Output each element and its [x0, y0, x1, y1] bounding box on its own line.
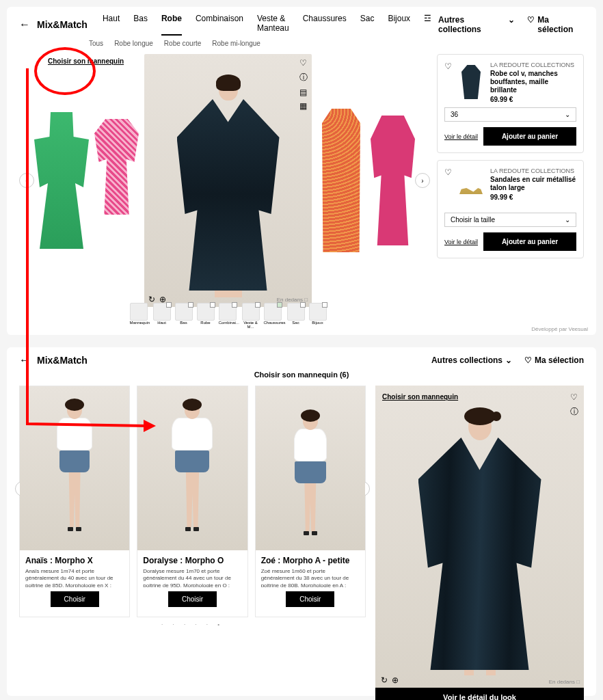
bookmark-icon[interactable]: ♡: [570, 392, 578, 402]
bookmark-icon[interactable]: ♡: [444, 167, 452, 208]
cart-product-name: Sandales en cuir métallisé talon large: [490, 176, 576, 192]
subtab-tous[interactable]: Tous: [89, 40, 103, 47]
thumb-combinaison[interactable]: Combinai...: [219, 321, 239, 325]
product-dress-fuchsia[interactable]: [371, 116, 415, 245]
rotate-icon[interactable]: ↻: [381, 675, 388, 685]
tab-chaussures[interactable]: Chaussures: [303, 14, 347, 36]
thumb-haut[interactable]: Haut: [157, 321, 166, 325]
chevron-down-icon: ⌄: [565, 216, 570, 224]
choose-mannequin-link[interactable]: Choisir son mannequin: [382, 392, 458, 401]
product-dress-green[interactable]: [34, 112, 89, 249]
thumb-robe[interactable]: Robe: [200, 321, 210, 325]
model-description: Doralyse mesure 1m70 et porte généraleme…: [143, 568, 241, 587]
chevron-down-icon: ⌄: [508, 15, 515, 34]
size-select[interactable]: Choisir la taille⌄: [444, 213, 576, 227]
model-card-zoe[interactable]: Zoé : Morpho A - petite Zoé mesure 1m60 …: [255, 386, 366, 617]
cart-item-dress: ♡ LA REDOUTE COLLECTIONS Robe col v, man…: [437, 54, 584, 153]
choose-model-button[interactable]: Choisir: [168, 591, 217, 607]
carousel-next[interactable]: ›: [415, 173, 430, 188]
model-card-anais[interactable]: Anaïs : Morpho X Anaïs mesure 1m74 et po…: [19, 386, 130, 617]
product-dress-orange-floral[interactable]: [317, 109, 365, 252]
info-icon[interactable]: ⓘ: [570, 406, 578, 418]
tab-haut[interactable]: Haut: [103, 14, 120, 36]
back-arrow[interactable]: ←: [19, 354, 30, 366]
my-selection-link[interactable]: ♡ Ma sélection: [527, 15, 584, 34]
model-name: Zoé : Morpho A - petite: [261, 556, 360, 565]
subtab-longue[interactable]: Robe longue: [114, 40, 153, 47]
cart-price: 69.99 €: [490, 96, 576, 103]
compare-icon[interactable]: ▤: [299, 88, 308, 97]
model-card-doralyse[interactable]: Doralyse : Morpho O Doralyse mesure 1m70…: [137, 386, 247, 617]
mannequin-selector-title: Choisir son mannequin (6): [7, 366, 596, 383]
chevron-down-icon: ⌄: [505, 355, 512, 365]
thumb-bijoux[interactable]: Bijoux: [312, 321, 323, 325]
model-name: Anaïs : Morpho X: [25, 556, 124, 565]
model-name: Doralyse : Morpho O: [143, 556, 241, 565]
tab-veste[interactable]: Veste & Manteau: [257, 14, 289, 36]
chevron-down-icon: ⌄: [565, 111, 570, 118]
cart-product-name: Robe col v, manches bouffantes, maille b…: [490, 70, 576, 94]
back-arrow[interactable]: ←: [19, 18, 30, 31]
thumb-mannequin[interactable]: Mannequin: [130, 321, 150, 325]
cart-price: 99.99 €: [490, 193, 576, 201]
model-description: Anaïs mesure 1m74 et porte généralement …: [25, 568, 124, 587]
bookmark-icon: ♡: [524, 355, 532, 365]
en-dedans-label: En dedans □: [549, 679, 580, 685]
brand: Mix&Match: [37, 355, 88, 366]
subtab-courte[interactable]: Robe courte: [164, 40, 201, 47]
center-mannequin-view[interactable]: ♡ ⓘ ▤ ▦ ↻ ⊕ En dedans □: [144, 54, 312, 307]
other-collections-link[interactable]: Autres collections ⌄: [438, 15, 515, 34]
product-thumb-sandal: [459, 182, 483, 194]
carousel-prev[interactable]: ‹: [19, 173, 34, 188]
view-look-detail-button[interactable]: Voir le détail du look: [375, 688, 584, 700]
view-detail-link[interactable]: Voir le détail: [444, 133, 478, 140]
tab-sac[interactable]: Sac: [360, 14, 375, 36]
tab-robe[interactable]: Robe: [161, 14, 182, 36]
brand: Mix&Match: [37, 19, 88, 30]
filter-icon[interactable]: ☲: [424, 14, 431, 36]
choose-model-button[interactable]: Choisir: [286, 591, 334, 607]
view-detail-link[interactable]: Voir le détail: [444, 239, 478, 245]
cart-brand: LA REDOUTE COLLECTIONS: [490, 167, 576, 174]
thumb-bas[interactable]: Bas: [180, 321, 187, 325]
subtab-milongue[interactable]: Robe mi-longue: [212, 40, 260, 47]
bookmark-icon[interactable]: ♡: [299, 58, 308, 68]
tab-combinaison[interactable]: Combinaison: [196, 14, 243, 36]
info-icon[interactable]: ⓘ: [299, 72, 308, 83]
cart-brand: LA REDOUTE COLLECTIONS: [490, 62, 576, 68]
bookmark-icon: ♡: [527, 15, 535, 34]
tab-bijoux[interactable]: Bijoux: [388, 14, 410, 36]
size-select[interactable]: 36⌄: [444, 107, 576, 122]
tab-bas[interactable]: Bas: [133, 14, 148, 36]
other-collections-link[interactable]: Autres collections ⌄: [431, 355, 512, 365]
choose-mannequin-link[interactable]: Choisir son mannequin: [48, 57, 124, 66]
thumb-sac[interactable]: Sac: [292, 321, 299, 325]
thumb-veste[interactable]: Veste & M...: [243, 321, 258, 329]
zoom-icon[interactable]: ⊕: [392, 675, 399, 685]
product-dress-pink-floral[interactable]: [94, 119, 139, 215]
model-description: Zoé mesure 1m60 et porte généralement du…: [261, 568, 360, 587]
look-preview: Choisir son mannequin ♡ ⓘ ↻ ⊕ En dedans …: [375, 386, 584, 700]
subcategory-tabs: Tous Robe longue Robe courte Robe mi-lon…: [7, 37, 596, 50]
grid-icon[interactable]: ▦: [299, 101, 308, 111]
my-selection-link[interactable]: ♡ Ma sélection: [524, 355, 584, 365]
add-to-cart-button[interactable]: Ajouter au panier: [483, 232, 576, 251]
choose-model-button[interactable]: Choisir: [51, 591, 99, 607]
add-to-cart-button[interactable]: Ajouter au panier: [483, 127, 576, 146]
pagination-dots[interactable]: · · · · · •: [19, 621, 366, 628]
product-thumb-dress: [461, 65, 481, 99]
developed-by: Développé par Veesual: [531, 326, 588, 332]
thumb-chaussures[interactable]: Chaussures: [264, 321, 286, 325]
category-tabs: Haut Bas Robe Combinaison Veste & Mantea…: [103, 14, 431, 36]
cart-item-sandals: ♡ LA REDOUTE COLLECTIONS Sandales en cui…: [437, 160, 584, 258]
bookmark-icon[interactable]: ♡: [444, 62, 452, 103]
